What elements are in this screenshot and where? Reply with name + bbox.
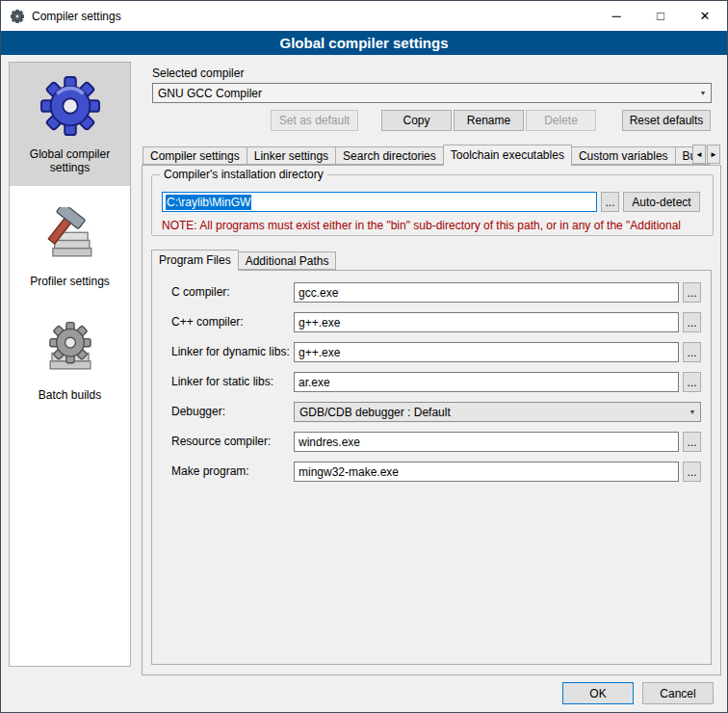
sidebar-item-label: Profiler settings xyxy=(16,275,124,288)
titlebar: Compiler settings ─ □ ✕ xyxy=(1,1,727,31)
chevron-down-icon: ▼ xyxy=(685,409,700,415)
c-compiler-browse-button[interactable]: ... xyxy=(683,282,701,303)
maximize-icon: □ xyxy=(657,9,664,23)
delete-button: Delete xyxy=(526,110,596,131)
debugger-label: Debugger: xyxy=(171,402,225,422)
rename-button[interactable]: Rename xyxy=(454,110,524,131)
set-as-default-button: Set as default xyxy=(271,110,358,131)
dynamic-linker-row: Linker for dynamic libs: ... xyxy=(152,342,711,362)
tab-additional-paths[interactable]: Additional Paths xyxy=(238,251,337,270)
main-content: Selected compiler GNU GCC Compiler ▼ Set… xyxy=(142,61,721,685)
tab-scroll-left-button[interactable]: ◄ xyxy=(692,145,706,164)
sidebar-item-profiler-settings[interactable]: Profiler settings xyxy=(10,194,130,300)
c-compiler-input[interactable] xyxy=(294,282,679,303)
tab-scroll-buttons: ◄ ► xyxy=(691,145,720,164)
batch-builds-gear-icon xyxy=(42,321,98,380)
make-program-input[interactable] xyxy=(294,462,679,482)
cpp-compiler-row: C++ compiler: ... xyxy=(152,312,711,332)
debugger-row: Debugger: GDB/CDB debugger : Default ▼ xyxy=(152,402,711,422)
c-compiler-row: C compiler: ... xyxy=(152,282,711,303)
sidebar-item-global-compiler-settings[interactable]: Global compiler settings xyxy=(10,63,130,186)
make-program-row: Make program: ... xyxy=(152,462,711,482)
compiler-button-row: Set as default Copy Rename Delete Reset … xyxy=(142,110,721,131)
ok-button[interactable]: OK xyxy=(562,682,634,704)
make-program-browse-button[interactable]: ... xyxy=(683,462,701,482)
resource-compiler-browse-button[interactable]: ... xyxy=(683,432,701,452)
copy-button[interactable]: Copy xyxy=(381,110,452,131)
profiler-hammer-icon xyxy=(42,207,98,266)
make-program-label: Make program: xyxy=(171,462,249,482)
arrow-right-icon: ► xyxy=(710,150,717,159)
install-dir-selected-text: C:\raylib\MinGW xyxy=(166,195,251,210)
window-gear-icon xyxy=(10,9,25,24)
resource-compiler-input[interactable] xyxy=(294,432,679,452)
minimize-button[interactable]: ─ xyxy=(594,1,638,31)
minimize-icon: ─ xyxy=(611,9,620,23)
settings-tabstrip: Compiler settings Linker settings Search… xyxy=(143,144,720,165)
dynamic-linker-input[interactable] xyxy=(294,342,679,362)
auto-detect-button[interactable]: Auto-detect xyxy=(623,192,700,212)
compiler-settings-window: Compiler settings ─ □ ✕ Global compiler … xyxy=(0,0,728,713)
global-compiler-gear-icon xyxy=(40,76,100,139)
tab-search-directories[interactable]: Search directories xyxy=(335,146,444,165)
tab-toolchain-executables[interactable]: Toolchain executables xyxy=(443,145,572,166)
cpp-compiler-label: C++ compiler: xyxy=(171,312,244,332)
cpp-compiler-input[interactable] xyxy=(294,312,679,332)
reset-defaults-button[interactable]: Reset defaults xyxy=(622,110,711,131)
toolchain-executables-panel: Compiler's installation directory C:\ray… xyxy=(142,165,721,675)
window-title: Compiler settings xyxy=(32,10,121,23)
program-files-panel: C compiler: ... C++ compiler: ... Linker… xyxy=(151,270,712,665)
maximize-button[interactable]: □ xyxy=(638,1,683,31)
close-button[interactable]: ✕ xyxy=(683,1,727,31)
static-linker-label: Linker for static libs: xyxy=(171,372,273,392)
c-compiler-label: C compiler: xyxy=(171,282,230,303)
dynamic-linker-browse-button[interactable]: ... xyxy=(683,342,701,362)
sidebar-item-label: Batch builds xyxy=(16,388,124,402)
tab-program-files[interactable]: Program Files xyxy=(151,250,239,271)
install-dir-note: NOTE: All programs must exist either in … xyxy=(162,219,707,232)
install-dir-browse-button[interactable]: ... xyxy=(601,192,619,212)
settings-sidebar: Global compiler settings Profiler settin… xyxy=(9,62,131,667)
install-dir-input[interactable]: C:\raylib\MinGW xyxy=(162,192,597,212)
resource-compiler-row: Resource compiler: ... xyxy=(152,432,711,452)
resource-compiler-label: Resource compiler: xyxy=(171,432,271,452)
tab-linker-settings[interactable]: Linker settings xyxy=(247,146,336,165)
arrow-left-icon: ◄ xyxy=(695,150,703,159)
compiler-select[interactable]: GNU GCC Compiler ▼ xyxy=(152,83,712,103)
debugger-select-value: GDB/CDB debugger : Default xyxy=(299,406,685,419)
cpp-compiler-browse-button[interactable]: ... xyxy=(683,312,701,332)
window-controls: ─ □ ✕ xyxy=(594,1,727,31)
cancel-button[interactable]: Cancel xyxy=(642,682,714,704)
tab-custom-variables[interactable]: Custom variables xyxy=(571,146,676,165)
installation-directory-legend: Compiler's installation directory xyxy=(160,168,327,181)
dynamic-linker-label: Linker for dynamic libs: xyxy=(171,342,290,362)
program-files-tabstrip: Program Files Additional Paths xyxy=(151,249,335,270)
selected-compiler-label: Selected compiler xyxy=(152,66,244,80)
static-linker-browse-button[interactable]: ... xyxy=(683,372,701,392)
static-linker-input[interactable] xyxy=(294,372,679,392)
debugger-select[interactable]: GDB/CDB debugger : Default ▼ xyxy=(294,402,701,422)
close-icon: ✕ xyxy=(700,9,711,23)
sidebar-item-label: Global compiler settings xyxy=(16,147,124,174)
tab-compiler-settings[interactable]: Compiler settings xyxy=(143,146,247,165)
compiler-select-value: GNU GCC Compiler xyxy=(158,87,695,100)
sidebar-item-batch-builds[interactable]: Batch builds xyxy=(10,307,130,413)
page-title: Global compiler settings xyxy=(1,31,727,55)
installation-directory-group: Compiler's installation directory C:\ray… xyxy=(151,174,714,236)
chevron-down-icon: ▼ xyxy=(695,90,711,96)
static-linker-row: Linker for static libs: ... xyxy=(152,372,711,392)
tab-scroll-right-button[interactable]: ► xyxy=(707,145,720,164)
